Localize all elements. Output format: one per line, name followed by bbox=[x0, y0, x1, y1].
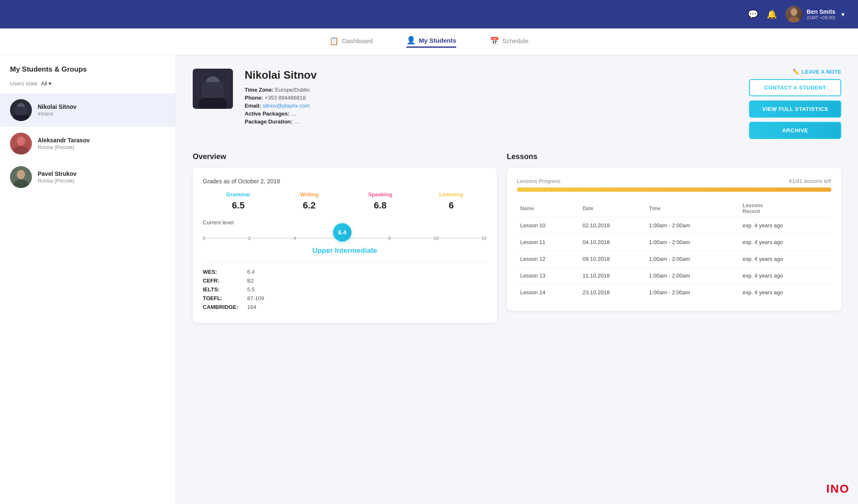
writing-value: 6.2 bbox=[274, 200, 344, 211]
student-country-aleksandr: Russia (Россия) bbox=[38, 144, 90, 150]
lessons-progress-label: Lessons Progress bbox=[517, 178, 561, 184]
lesson-date: 02.10.2018 bbox=[579, 217, 646, 234]
level-name: Upper Intermediate bbox=[203, 247, 487, 255]
student-country-pavel: Russia (Россия) bbox=[38, 178, 77, 184]
phone-row: Phone: +353 894488818 bbox=[245, 95, 737, 101]
avatar bbox=[786, 6, 802, 23]
main-layout: My Students & Groups Users state All ▾ bbox=[0, 55, 858, 504]
archive-button[interactable]: ARCHIVE bbox=[749, 122, 841, 139]
lesson-time: 1:00am - 2:00am bbox=[646, 284, 739, 301]
table-row[interactable]: Lesson 13 11.10.2018 1:00am - 2:00am exp… bbox=[517, 267, 831, 284]
listening-value: 6 bbox=[416, 200, 486, 211]
lessons-left: 41/41 lessons left bbox=[789, 178, 831, 184]
tick-2: 2 bbox=[248, 236, 251, 243]
lesson-time: 1:00am - 2:00am bbox=[646, 267, 739, 284]
student-name-pavel: Pavel Strukov bbox=[38, 170, 77, 177]
grade-grammar: Grammar 6.5 bbox=[203, 191, 274, 211]
grades-card: Grades as of October 2, 2018 Grammar 6.5… bbox=[193, 168, 497, 323]
col-time: Time bbox=[646, 200, 739, 217]
lesson-name: Lesson 13 bbox=[517, 267, 579, 284]
speaking-label: Speaking bbox=[345, 191, 416, 198]
score-cambridge: CAMBRIDGE: 164 bbox=[203, 304, 487, 310]
lesson-date: 11.10.2018 bbox=[579, 267, 646, 284]
notifications-icon[interactable]: 🔔 bbox=[767, 9, 777, 19]
svg-rect-15 bbox=[202, 82, 224, 98]
score-toefl: TOEFL: 87-109 bbox=[203, 295, 487, 301]
svg-rect-5 bbox=[15, 107, 27, 115]
progress-fill bbox=[517, 188, 831, 192]
table-row[interactable]: Lesson 10 02.10.2018 1:00am - 2:00am exp… bbox=[517, 217, 831, 234]
table-row[interactable]: Lesson 12 09.10.2018 1:00am - 2:00am exp… bbox=[517, 251, 831, 267]
view-stats-button[interactable]: VIEW FULL STATISTICS bbox=[749, 100, 841, 118]
email-link[interactable]: sitnov@playrix.com bbox=[263, 103, 310, 109]
lessons-card: Lessons Progress 41/41 lessons left Name… bbox=[507, 168, 841, 311]
email-row: Email: sitnov@playrix.com bbox=[245, 103, 737, 109]
sidebar-item-aleksandr[interactable]: Aleksandr Tarasov Russia (Россия) bbox=[0, 127, 176, 160]
active-packages-value: … bbox=[291, 111, 297, 117]
leave-note-button[interactable]: ✏️ LEAVE A NOTE bbox=[793, 69, 841, 75]
lesson-date: 23.10.2018 bbox=[579, 284, 646, 301]
tick-0: 0 bbox=[203, 236, 205, 243]
level-thumb: 6.4 bbox=[333, 223, 351, 242]
tick-4: 4 bbox=[294, 236, 296, 243]
schedule-icon: 📅 bbox=[490, 36, 499, 46]
lesson-record: exp. 4 years ago bbox=[739, 217, 831, 234]
col-record: LessonsRecord bbox=[739, 200, 831, 217]
lesson-time: 1:00am - 2:00am bbox=[646, 217, 739, 234]
filter-value[interactable]: All ▾ bbox=[41, 80, 52, 87]
col-date: Date bbox=[579, 200, 646, 217]
tick-12: 12 bbox=[481, 236, 486, 243]
score-wes: WES: 6.4 bbox=[203, 269, 487, 275]
nav-dashboard-label: Dashboard bbox=[342, 37, 372, 44]
panels: Overview Grades as of October 2, 2018 Gr… bbox=[193, 152, 841, 329]
nav-my-students[interactable]: 👤 My Students bbox=[406, 36, 456, 48]
student-country-nikolai: Ireland bbox=[38, 111, 77, 117]
student-name-nikolai: Nikolai Sitnov bbox=[38, 103, 77, 110]
filter-label: Users state bbox=[10, 80, 38, 87]
tick-10: 10 bbox=[434, 236, 439, 243]
table-row[interactable]: Lesson 11 04.10.2018 1:00am - 2:00am exp… bbox=[517, 234, 831, 251]
table-row[interactable]: Lesson 14 23.10.2018 1:00am - 2:00am exp… bbox=[517, 284, 831, 301]
sidebar-item-nikolai[interactable]: Nikolai Sitnov Ireland bbox=[0, 93, 176, 127]
svg-point-10 bbox=[17, 170, 25, 179]
lesson-name: Lesson 10 bbox=[517, 217, 579, 234]
user-timezone: (GMT +09:00) bbox=[806, 15, 835, 20]
student-header-info: Nikolai Sitnov Time Zone: Europe/Dublin … bbox=[245, 69, 737, 126]
grades-date: Grades as of October 2, 2018 bbox=[203, 178, 487, 185]
lessons-progress-header: Lessons Progress 41/41 lessons left bbox=[517, 178, 831, 184]
lessons-title: Lessons bbox=[507, 152, 841, 161]
lesson-time: 1:00am - 2:00am bbox=[646, 234, 739, 251]
user-menu[interactable]: Ben Smits (GMT +09:00) ▾ bbox=[786, 6, 845, 23]
header-actions: ✏️ LEAVE A NOTE CONTACT A STUDENT VIEW F… bbox=[749, 69, 841, 139]
score-cefr: CEFR: B2 bbox=[203, 278, 487, 284]
scores-table: WES: 6.4 CEFR: B2 IELTS: 5.5 TOEFL: bbox=[203, 269, 487, 310]
student-header: Nikolai Sitnov Time Zone: Europe/Dublin … bbox=[193, 69, 841, 139]
grade-listening: Listening 6 bbox=[416, 191, 486, 211]
writing-label: Writing bbox=[274, 191, 344, 198]
speaking-value: 6.8 bbox=[345, 200, 416, 211]
nav-schedule[interactable]: 📅 Schedule bbox=[490, 36, 529, 47]
student-full-name: Nikolai Sitnov bbox=[245, 69, 737, 82]
lesson-date: 04.10.2018 bbox=[579, 234, 646, 251]
panel-overview: Overview Grades as of October 2, 2018 Gr… bbox=[193, 152, 497, 329]
messages-icon[interactable]: 💬 bbox=[748, 9, 758, 19]
progress-bar bbox=[517, 188, 831, 192]
panel-lessons: Lessons Lessons Progress 41/41 lessons l… bbox=[507, 152, 841, 329]
listening-label: Listening bbox=[416, 191, 486, 198]
sidebar-title: My Students & Groups bbox=[0, 65, 176, 80]
nav-dashboard[interactable]: 📋 Dashboard bbox=[329, 36, 372, 47]
lesson-record: exp. 4 years ago bbox=[739, 284, 831, 301]
contact-student-button[interactable]: CONTACT A STUDENT bbox=[749, 79, 841, 96]
lesson-record: exp. 4 years ago bbox=[739, 234, 831, 251]
lesson-record: exp. 4 years ago bbox=[739, 267, 831, 284]
nav-my-students-label: My Students bbox=[419, 37, 456, 44]
sidebar: My Students & Groups Users state All ▾ bbox=[0, 55, 176, 504]
filter-dropdown-icon: ▾ bbox=[49, 80, 52, 87]
top-bar: 💬 🔔 Ben Smits (GMT +09:00) ▾ bbox=[0, 0, 858, 28]
timezone-value: Europe/Dublin bbox=[275, 87, 310, 93]
secondary-nav: 📋 Dashboard 👤 My Students 📅 Schedule bbox=[0, 28, 858, 55]
lesson-name: Lesson 11 bbox=[517, 234, 579, 251]
sidebar-item-pavel[interactable]: Pavel Strukov Russia (Россия) bbox=[0, 160, 176, 194]
content-area: Nikolai Sitnov Time Zone: Europe/Dublin … bbox=[176, 55, 858, 504]
nav-schedule-label: Schedule bbox=[502, 37, 529, 44]
